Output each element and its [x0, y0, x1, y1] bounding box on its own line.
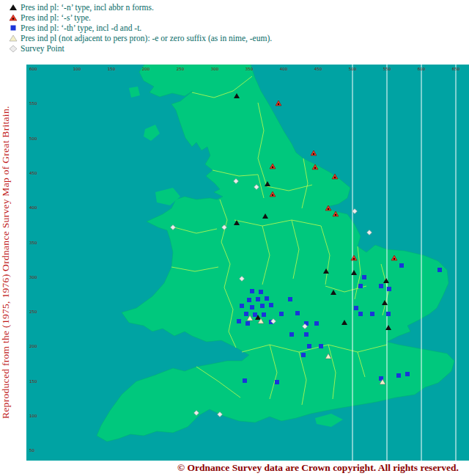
marker-blue-square [307, 344, 311, 348]
marker-red-triangle-dot [278, 103, 279, 105]
survey-point-diamond-icon [6, 45, 21, 53]
marker-blue-square [259, 290, 263, 294]
marker-blue-square [314, 321, 319, 326]
top-axis-label: 150 [108, 67, 116, 71]
marker-blue-square [237, 319, 241, 323]
legend-item: Pres ind pl: ‘-th’ type, incl -d and -t. [6, 23, 469, 33]
marker-blue-square [288, 297, 292, 301]
left-axis-label: 200 [29, 344, 37, 348]
legend-item: Pres ind pl (not adjacent to pers pron):… [6, 33, 469, 43]
top-axis-label: 350 [245, 67, 254, 71]
marker-blue-square [379, 284, 383, 288]
marker-blue-square [358, 284, 363, 288]
marker-blue-square [386, 312, 391, 316]
top-axis-label: 400 [280, 67, 288, 71]
top-axis-label: 250 [177, 67, 185, 71]
marker-blue-square [275, 380, 279, 384]
marker-blue-square [362, 275, 366, 279]
top-axis-label: 200 [142, 67, 150, 71]
marker-blue-square [240, 304, 244, 308]
left-axis-label: 100 [29, 414, 37, 418]
marker-blue-square [387, 287, 391, 291]
legend-item: Pres ind pl: ‘-n’ type, incl abbr n form… [6, 2, 469, 12]
marker-blue-square [262, 312, 266, 317]
left-axis-label: 250 [29, 310, 37, 314]
marker-blue-square [289, 332, 294, 337]
legend-item-label: Pres ind pl: ‘-s’ type. [21, 12, 91, 23]
legend-item-label: Pres ind pl: ‘-n’ type, incl abbr n form… [21, 2, 154, 12]
marker-blue-square [399, 263, 404, 268]
top-axis-label: 600 [418, 67, 426, 71]
left-axis-label: 500 [29, 136, 37, 141]
ordnance-survey-map: 1001502002503003504004505005506006506005… [26, 65, 469, 461]
left-axis-label: 450 [29, 171, 37, 175]
marker-blue-square [405, 372, 410, 376]
marker-red-triangle-dot [313, 153, 314, 155]
marker-blue-square [304, 332, 309, 337]
marker-red-triangle-dot [394, 258, 395, 260]
marker-blue-square [354, 306, 358, 310]
top-axis-label: 500 [349, 67, 357, 71]
marker-blue-square [247, 298, 251, 302]
left-axis-label: 550 [29, 101, 37, 106]
marker-blue-square [358, 312, 363, 316]
top-axis-label: 550 [383, 67, 391, 71]
left-axis-label: 300 [29, 275, 37, 279]
marker-red-triangle-dot [334, 177, 336, 178]
marker-red-triangle-dot [272, 166, 273, 168]
left-axis-label: 600 [29, 67, 37, 71]
marker-red-triangle-dot [272, 194, 273, 196]
marker-blue-square [243, 378, 247, 383]
marker-blue-square [250, 289, 254, 293]
marker-red-triangle-dot [314, 167, 316, 169]
left-axis-label: 350 [29, 241, 37, 245]
left-attribution-text: Reproduced from the (1975, 1976) Ordnanc… [0, 65, 26, 461]
marker-blue-square [269, 303, 273, 307]
marker-blue-square [301, 353, 306, 357]
copyright-notice: © Ordnance Survey data are Crown copyrig… [0, 461, 469, 476]
legend-item-label: Pres ind pl: ‘-th’ type, incl -d and -t. [21, 23, 141, 33]
left-axis-label: 400 [29, 205, 37, 210]
marker-blue-square [295, 311, 300, 315]
n-type-black-triangle-icon [6, 4, 21, 11]
left-axis-label: 50 [29, 448, 34, 453]
marker-blue-square [260, 304, 265, 308]
top-axis-label: 100 [73, 67, 81, 71]
legend: Pres ind pl: ‘-n’ type, incl abbr n form… [0, 0, 469, 65]
marker-blue-square [244, 312, 248, 316]
th-type-blue-square-icon [6, 24, 21, 32]
s-type-red-triangle-icon [6, 14, 21, 21]
marker-blue-square [250, 305, 254, 310]
marker-red-triangle-dot [328, 208, 329, 210]
marker-blue-square [265, 296, 269, 301]
marker-red-triangle-dot [353, 258, 355, 260]
map-area: 1001502002503003504004505005506006506005… [26, 65, 469, 461]
zero-suffix-yellow-triangle-icon [6, 34, 21, 42]
marker-blue-square [256, 297, 260, 301]
marker-blue-square [437, 268, 442, 272]
legend-item-label: Pres ind pl (not adjacent to pers pron):… [21, 33, 272, 43]
dialect-survey-map-page: Pres ind pl: ‘-n’ type, incl abbr n form… [0, 0, 469, 476]
legend-item: Pres ind pl: ‘-s’ type. [6, 12, 469, 23]
left-axis-label: 150 [29, 379, 37, 384]
marker-blue-square [319, 344, 323, 348]
legend-item: Survey Point [6, 43, 469, 54]
marker-blue-square [253, 312, 257, 317]
marker-blue-square [370, 312, 374, 316]
marker-blue-square [396, 373, 401, 378]
top-axis-label: 650 [452, 67, 460, 71]
top-axis-label: 450 [314, 67, 322, 71]
marker-blue-square [245, 321, 250, 326]
top-axis-label: 300 [211, 67, 219, 71]
marker-blue-square [279, 312, 284, 316]
legend-item-label: Survey Point [21, 43, 64, 54]
marker-red-triangle-dot [335, 214, 336, 216]
